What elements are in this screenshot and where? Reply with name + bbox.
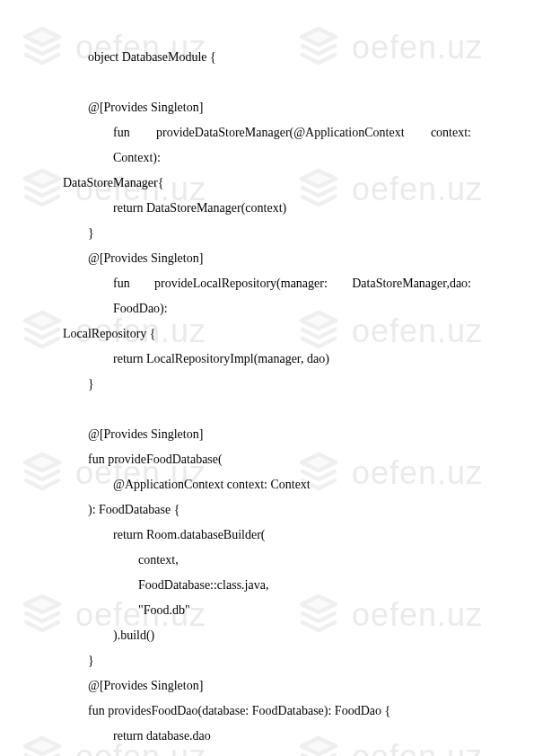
code-line: context, [63,548,471,573]
code-line: } [63,749,471,756]
code-line: LocalRepository { [63,321,471,347]
code-frag: fun [113,126,130,139]
code-line: @[Provides Singleton] [63,246,471,271]
code-line: return Room.databaseBuilder( [63,523,471,548]
code-line: fun providesFoodDao(database: FoodDataba… [63,699,471,724]
code-line: } [63,648,471,673]
code-line: fun provideLocalRepository(manager: Data… [63,271,471,321]
code-frag: Context): [113,151,161,164]
code-frag: fun provideLocalRepository(manager: Data… [113,277,471,315]
code-line: @ApplicationContext context: Context [63,472,471,497]
code-line: return DataStoreManager(context) [63,196,471,221]
code-line: "Food.db" [63,598,471,623]
code-line: ).build() [63,623,471,648]
code-line: ): FoodDatabase { [63,497,471,523]
code-frag: context: [431,126,471,139]
document-content: object DatabaseModule { @[Provides Singl… [0,0,534,756]
code-line: fun provideDataStoreManager(@Application… [63,120,471,171]
code-line: FoodDatabase::class.java, [63,573,471,598]
code-line: DataStoreManager{ [63,171,471,196]
code-line: @[Provides Singleton] [63,95,471,120]
code-line: @[Provides Singleton] [63,673,471,699]
code-line: fun provideFoodDatabase( [63,447,471,472]
code-line: return LocalRepositoryImpl(manager, dao) [63,347,471,372]
code-line: } [63,221,471,246]
code-line: object DatabaseModule { [63,45,471,70]
code-frag: provideDataStoreManager(@ApplicationCont… [156,126,404,139]
code-line: return database.dao [63,724,471,749]
blank-line [63,70,471,95]
code-line: @[Provides Singleton] [63,422,471,447]
blank-line [63,397,471,422]
code-line: } [63,372,471,397]
